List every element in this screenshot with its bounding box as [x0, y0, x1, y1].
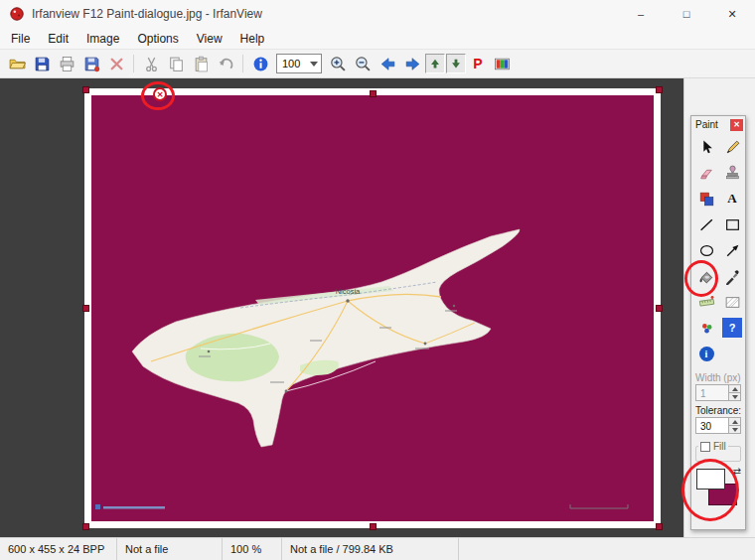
width-down-icon[interactable] [729, 392, 740, 400]
straighten-tool-icon[interactable] [720, 290, 744, 314]
selection-handle-ne[interactable] [656, 86, 663, 93]
palette-tool-icon[interactable] [694, 316, 718, 340]
irfanview-logo-icon [9, 6, 25, 22]
fill-checkbox[interactable] [700, 442, 710, 452]
status-file: Not a file [117, 538, 223, 560]
brush-tool-icon[interactable] [720, 135, 744, 159]
paint-dialog-toggle[interactable]: P [467, 56, 489, 71]
delete-icon[interactable] [104, 52, 128, 75]
statusbar: 600 x 455 x 24 BPP Not a file 100 % Not … [0, 537, 755, 560]
info-glyph: i [705, 349, 708, 359]
selection-handle-s[interactable] [370, 523, 377, 530]
menu-help[interactable]: Help [231, 30, 274, 48]
workspace: Nicosia [0, 78, 755, 537]
save-as-icon[interactable] [79, 52, 103, 75]
tolerance-label: Tolerance: [691, 401, 745, 417]
fill-label: Fill [713, 441, 726, 452]
width-label: Width (px) [691, 368, 745, 384]
width-value: 1 [696, 385, 728, 400]
paint-tools-grid: A [691, 132, 745, 368]
zoom-in-icon[interactable] [326, 52, 350, 75]
status-file-size: Not a file / 799.84 KB [282, 538, 459, 560]
selection-handle-nw[interactable] [82, 86, 89, 93]
paint-panel-titlebar[interactable]: Paint ✕ [691, 116, 745, 132]
fill-group: Fill [695, 441, 741, 462]
info-icon[interactable] [248, 52, 272, 75]
toolbar-separator [133, 55, 134, 72]
cyprus-map-image: Nicosia [91, 95, 654, 521]
selection-handle-se[interactable] [656, 523, 663, 530]
next-page-icon[interactable] [446, 54, 466, 73]
minimize-button[interactable]: – [618, 0, 664, 28]
undo-icon[interactable] [214, 52, 237, 75]
paste-icon[interactable] [189, 52, 213, 75]
toolbar: 100 P [0, 49, 755, 78]
status-dimensions: 600 x 455 x 24 BPP [0, 538, 117, 560]
colors-icon[interactable] [490, 52, 514, 75]
tolerance-value: 30 [696, 418, 728, 433]
swap-colors-icon[interactable]: ⇄ [733, 466, 741, 477]
image-selection-frame[interactable]: Nicosia [84, 88, 661, 528]
chevron-down-icon [310, 62, 318, 67]
prev-file-icon[interactable] [376, 52, 399, 75]
selection-handle-w[interactable] [82, 305, 89, 312]
line-tool-icon[interactable] [694, 212, 718, 236]
foreground-color-swatch[interactable] [696, 469, 725, 490]
selection-handle-sw[interactable] [82, 523, 89, 530]
paint-panel-title: Paint [695, 119, 718, 130]
close-button[interactable]: ✕ [709, 0, 755, 28]
clone-tool-icon[interactable] [720, 161, 744, 185]
ellipse-tool-icon[interactable] [694, 238, 718, 262]
cut-icon[interactable] [139, 52, 163, 75]
canvas-area: Nicosia [0, 78, 683, 537]
window-title: Irfanview F12 Paint-dialogue.jpg - Irfan… [32, 7, 262, 21]
text-tool-icon[interactable]: A [720, 187, 744, 210]
help-button[interactable]: ? [720, 316, 744, 340]
eraser-tool-icon[interactable] [694, 161, 718, 185]
titlebar: Irfanview F12 Paint-dialogue.jpg - Irfan… [0, 0, 755, 28]
selection-handle-e[interactable] [656, 305, 663, 312]
menu-options[interactable]: Options [128, 30, 187, 48]
open-icon[interactable] [5, 52, 29, 75]
picker-tool-icon[interactable] [720, 264, 744, 288]
fill-tool-icon[interactable] [694, 264, 718, 288]
menu-edit[interactable]: Edit [39, 30, 77, 48]
irfanview-window: Irfanview F12 Paint-dialogue.jpg - Irfan… [0, 0, 755, 560]
pointer-tool-icon[interactable] [694, 135, 718, 159]
menubar: File Edit Image Options View Help [0, 28, 755, 49]
paint-panel-close-icon[interactable]: ✕ [730, 119, 743, 131]
map-city-label: Nicosia [336, 287, 361, 296]
color-replace-tool-icon[interactable] [694, 187, 718, 210]
width-stepper[interactable]: 1 [695, 384, 741, 401]
prev-page-icon[interactable] [425, 54, 445, 73]
tolerance-stepper[interactable]: 30 [695, 417, 741, 434]
right-dock-area: Paint ✕ [683, 78, 755, 537]
info-button[interactable]: i [694, 342, 718, 365]
next-file-icon[interactable] [400, 52, 424, 75]
menu-image[interactable]: Image [77, 30, 128, 48]
status-empty [459, 538, 755, 560]
edited-image[interactable]: Nicosia [91, 95, 654, 521]
arrow-tool-icon[interactable] [720, 238, 744, 262]
menu-file[interactable]: File [2, 30, 39, 48]
rectangle-tool-icon[interactable] [720, 212, 744, 236]
print-icon[interactable] [55, 52, 78, 75]
maximize-button[interactable]: □ [664, 0, 709, 28]
color-swatches: ⇄ [695, 468, 741, 515]
measure-tool-icon[interactable] [694, 290, 718, 314]
selection-handle-n[interactable] [370, 90, 377, 97]
zoom-out-icon[interactable] [351, 52, 375, 75]
copy-icon[interactable] [164, 52, 188, 75]
status-zoom: 100 % [223, 538, 282, 560]
save-icon[interactable] [30, 52, 54, 75]
width-up-icon[interactable] [729, 385, 740, 392]
paint-panel: Paint ✕ [690, 115, 746, 530]
toolbar-separator [242, 55, 243, 72]
tolerance-down-icon[interactable] [729, 425, 740, 433]
menu-view[interactable]: View [188, 30, 231, 48]
tolerance-up-icon[interactable] [729, 418, 740, 425]
zoom-value: 100 [282, 58, 300, 70]
zoom-select[interactable]: 100 [276, 54, 322, 73]
help-glyph: ? [729, 322, 736, 334]
